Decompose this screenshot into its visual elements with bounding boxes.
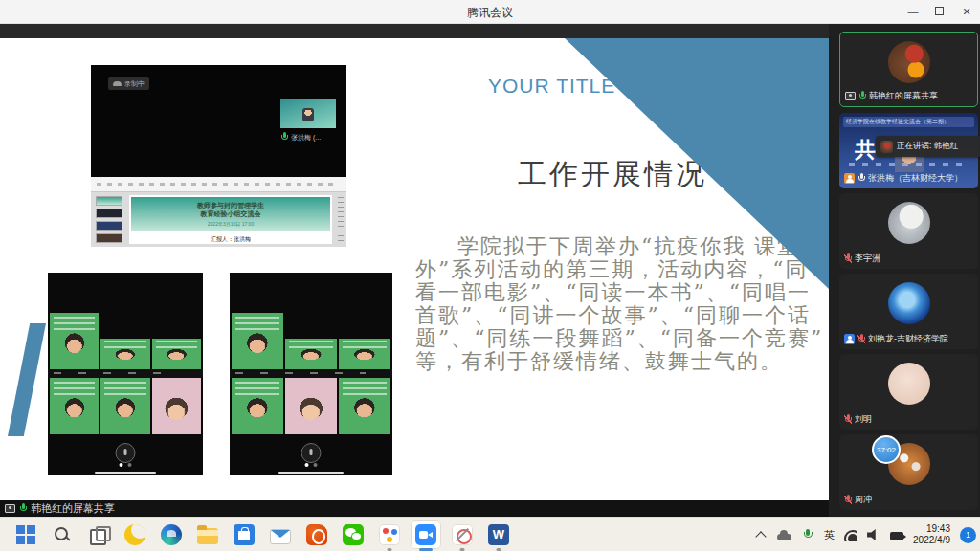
tray-time: 19:43	[913, 523, 950, 535]
participant-tile-liuming[interactable]: 刘明	[839, 354, 978, 430]
participant-tile-zhouchong[interactable]: 周冲 37:02	[839, 434, 978, 510]
tray-mic-icon[interactable]	[801, 528, 814, 541]
participant-tile-liuyanlong[interactable]: 刘艳龙-吉财经济学院	[839, 274, 978, 349]
slide-thumb	[96, 196, 122, 206]
face-graphic	[345, 347, 384, 368]
meeting-window: YOUR TITLE HERE 工作开展情况 学院拟于下周举办“抗疫你我 课堂内…	[0, 24, 980, 517]
powerpoint-notes-column	[336, 195, 345, 244]
clock-widget: 37:02	[872, 435, 901, 464]
network-app-button[interactable]	[371, 518, 408, 551]
mic-on-icon	[19, 503, 27, 514]
search-button[interactable]	[44, 518, 80, 551]
face-graphic	[158, 395, 194, 433]
phone-page-dots	[305, 463, 318, 467]
face-graphic	[56, 330, 92, 368]
screenshot-tool-button[interactable]	[444, 518, 480, 551]
wechat-button[interactable]	[335, 518, 371, 551]
task-view-icon	[88, 524, 109, 545]
phone-video-cell	[339, 339, 390, 369]
maximize-icon	[935, 7, 944, 15]
slide-thumb	[96, 221, 122, 231]
mic-on-icon	[858, 91, 866, 101]
member-badge-icon	[844, 173, 855, 184]
office-button[interactable]	[299, 518, 335, 551]
close-button[interactable]: ✕	[953, 0, 980, 23]
word-icon: W	[488, 524, 509, 545]
speaking-tooltip: 正在讲话: 韩艳红	[876, 136, 980, 157]
wifi-icon[interactable]	[844, 528, 858, 541]
phone-label-strip	[48, 369, 203, 379]
mic-muted-icon	[844, 253, 852, 264]
mail-icon	[270, 529, 291, 544]
wechat-icon	[343, 524, 364, 545]
tencent-meeting-icon	[415, 524, 436, 545]
face-graphic	[158, 347, 194, 368]
participant-tile-liyuzhou[interactable]: 李宇洲	[839, 193, 978, 269]
avatar	[888, 41, 930, 83]
phone-mic-button	[116, 443, 136, 463]
volume-icon[interactable]	[867, 528, 880, 541]
file-explorer-button[interactable]	[189, 518, 226, 551]
phone-grid-screenshot-1	[48, 273, 203, 475]
shared-screen-top-strip	[0, 24, 829, 38]
avatar	[888, 282, 930, 324]
mail-button[interactable]	[262, 518, 299, 551]
word-button[interactable]: W	[480, 518, 517, 551]
screen-share-statusbar[interactable]: 韩艳红的屏幕共享	[0, 500, 829, 517]
screenshot-tool-icon	[452, 524, 473, 545]
microsoft-store-button[interactable]	[226, 518, 262, 551]
phone-video-cell	[50, 313, 100, 368]
phone-video-cell	[232, 378, 283, 433]
phone-label-strip	[230, 369, 392, 379]
edge-browser-button[interactable]	[153, 518, 189, 551]
face-graphic	[107, 347, 144, 368]
thumbnail-name-label: 张洪梅 (...	[280, 132, 321, 143]
slide-left-ribbon	[8, 323, 46, 436]
tray-clock[interactable]: 19:43 2022/4/9	[913, 523, 950, 546]
powerpoint-editing-area: 教师参与封闭管理学生 教育经验小组交流会 2022年3月10日 17:00 汇报…	[129, 195, 332, 244]
face-graphic	[238, 330, 277, 368]
screen-share-icon	[845, 92, 856, 100]
embedded-ppt-slide: 教师参与封闭管理学生 教育经验小组交流会 2022年3月10日 17:00	[131, 197, 330, 231]
phone-video-cell	[152, 378, 202, 433]
mic-muted-icon	[844, 495, 852, 505]
tray-chevron-icon[interactable]	[754, 528, 768, 541]
shared-slide-banner: 经济学院在线教学经验交流会（第二期）	[843, 117, 974, 127]
face-graphic	[345, 395, 384, 433]
tray-cloud-icon[interactable]	[777, 534, 791, 540]
cloud-icon	[113, 81, 122, 86]
participant-tile-screen-share[interactable]: 韩艳红的屏幕共享	[839, 32, 978, 107]
face-graphic	[107, 395, 144, 433]
minimize-button[interactable]: —	[900, 0, 926, 23]
face-graphic	[292, 395, 330, 433]
phone-video-cell	[100, 378, 150, 433]
tray-date: 2022/4/9	[913, 535, 950, 546]
camera-icon[interactable]	[890, 532, 903, 540]
participant-tile-zhanghongmei[interactable]: 经济学院在线教学经验交流会（第二期） 共 张洪梅（吉林财经大学） 正在讲话: 韩…	[839, 113, 978, 188]
slide-thumb	[96, 233, 122, 243]
phone-grid-screenshot-2	[230, 273, 392, 475]
crescent-app-icon	[124, 524, 145, 545]
edge-icon	[161, 524, 182, 545]
phone-home-bar	[95, 472, 157, 474]
notification-badge[interactable]: 1	[960, 527, 976, 543]
maximize-button[interactable]	[926, 0, 953, 23]
participants-panel: 韩艳红的屏幕共享 经济学院在线教学经验交流会（第二期） 共 张洪梅（吉林财经大学…	[829, 24, 980, 517]
windows-logo-icon	[15, 524, 36, 545]
face-graphic	[292, 347, 330, 368]
network-app-icon	[379, 524, 400, 545]
start-button[interactable]	[8, 518, 44, 551]
phone-home-bar	[278, 472, 344, 474]
crescent-app-button[interactable]	[117, 518, 153, 551]
avatar	[888, 202, 930, 244]
phone-video-cell	[50, 378, 100, 433]
tencent-meeting-button[interactable]	[408, 518, 444, 551]
mic-on-icon	[280, 132, 288, 143]
task-view-button[interactable]	[80, 518, 117, 551]
powerpoint-slide-thumbnails	[94, 196, 124, 243]
search-icon	[52, 524, 73, 545]
shared-slide: YOUR TITLE HERE 工作开展情况 学院拟于下周举办“抗疫你我 课堂内…	[0, 38, 829, 500]
input-language-indicator[interactable]: 英	[824, 528, 835, 542]
video-thumbnail	[280, 99, 336, 128]
speaker-avatar	[880, 141, 893, 153]
